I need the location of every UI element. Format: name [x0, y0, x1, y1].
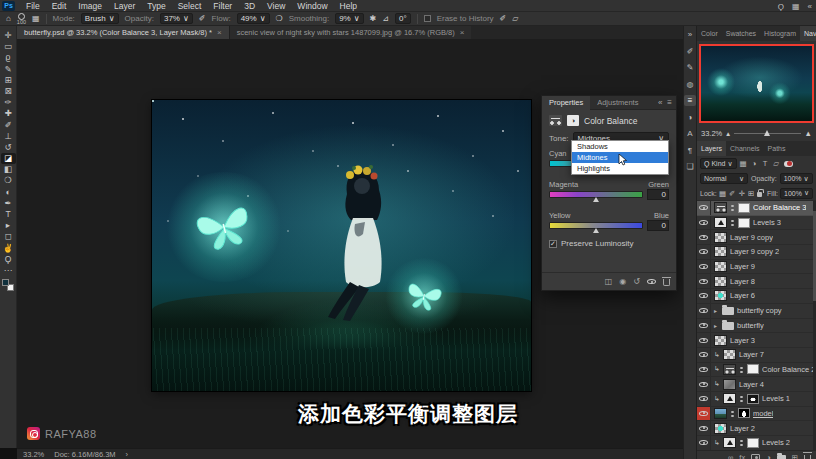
layer-row[interactable]: Layer 8 [697, 274, 816, 289]
path-selection-tool[interactable]: ▸ [1, 220, 16, 231]
collapse-icon[interactable]: « [808, 2, 812, 11]
pressure-size-icon[interactable]: ✐ [500, 14, 507, 23]
filter-kind-select[interactable]: Ϙ Kind ∨ [700, 158, 737, 169]
filter-adjustment-icon[interactable]: ◑ [750, 159, 759, 168]
dropdown-option-shadows[interactable]: Shadows [572, 141, 668, 152]
flow-select[interactable]: 49%∨ [237, 13, 270, 24]
symmetry-icon[interactable]: ▱ [512, 14, 518, 23]
layer-row[interactable]: Layer 9 [697, 260, 816, 275]
link-layers-icon[interactable]: ∞ [728, 453, 733, 459]
layer-row[interactable]: Layer 9 copy [697, 230, 816, 245]
libraries-icon[interactable]: ◍ [684, 79, 696, 90]
layer-thumbnail[interactable] [714, 276, 727, 287]
home-icon[interactable]: ⌂ [6, 14, 11, 23]
tab-navigator[interactable]: Navigator [800, 26, 816, 41]
close-icon[interactable]: × [460, 28, 465, 37]
smoothing-select[interactable]: 9%∨ [335, 13, 363, 24]
tab-properties[interactable]: Properties [542, 96, 590, 110]
menu-select[interactable]: Select [172, 0, 208, 12]
layer-comps-icon[interactable]: ❏ [684, 161, 696, 172]
menu-help[interactable]: Help [334, 0, 363, 12]
navigator-preview[interactable] [699, 44, 814, 123]
group-caret-icon[interactable]: ▸ [714, 307, 719, 314]
new-layer-icon[interactable]: ⊞ [792, 453, 798, 459]
navigator-zoom-slider[interactable] [734, 133, 801, 134]
layer-name[interactable]: Layer 4 [739, 380, 764, 389]
character-panel-icon[interactable]: A [684, 128, 696, 139]
foreground-color-swatch[interactable] [2, 279, 9, 286]
expand-panels-icon[interactable]: » [684, 29, 696, 40]
layer-name[interactable]: Color Balance 2 [762, 365, 814, 374]
menu-edit[interactable]: Edit [46, 0, 73, 12]
eraser-tool[interactable]: ◪ [1, 153, 16, 164]
quick-selection-tool[interactable]: ✎ [1, 64, 16, 75]
smoothing-options-icon[interactable]: ✱ [370, 14, 377, 23]
type-tool[interactable]: T [1, 209, 16, 220]
history-brush-tool[interactable]: ↺ [1, 142, 16, 153]
visibility-toggle[interactable] [697, 245, 711, 259]
visibility-toggle[interactable] [697, 201, 711, 215]
close-icon[interactable]: × [217, 28, 222, 37]
adjustment-thumbnail[interactable] [723, 393, 736, 404]
layer-name[interactable]: Layer 8 [730, 277, 755, 286]
search-icon[interactable]: Ϙ [778, 2, 784, 11]
slider-knob[interactable] [764, 130, 770, 136]
layer-group-row[interactable]: ▸ butterfly copy [697, 304, 816, 319]
visibility-eye-icon[interactable] [647, 278, 656, 285]
frame-tool[interactable]: ⊠ [1, 86, 16, 97]
layer-mask-thumbnail[interactable] [738, 408, 750, 418]
pressure-opacity-icon[interactable]: ✐ [199, 14, 206, 23]
doc-tab-scenic[interactable]: scenic view of night sky with stars 1487… [229, 26, 472, 39]
visibility-toggle[interactable] [697, 363, 711, 377]
visibility-toggle[interactable] [697, 319, 711, 333]
filter-toggle[interactable] [784, 161, 793, 167]
layer-row-clipped[interactable]: ↳ Layer 4 [697, 377, 816, 392]
filter-type-icon[interactable]: T [761, 159, 770, 168]
layer-name[interactable]: Layer 6 [730, 291, 755, 300]
visibility-toggle[interactable] [697, 230, 711, 244]
layer-row[interactable]: Layer 6 [697, 289, 816, 304]
adjustment-thumbnail[interactable] [723, 437, 736, 448]
layer-name[interactable]: model [753, 409, 773, 418]
move-tool[interactable]: ✛ [1, 30, 16, 41]
canvas-image[interactable] [152, 100, 531, 391]
layer-row[interactable]: Layer 9 copy 2 [697, 245, 816, 260]
group-caret-icon[interactable]: ▸ [714, 322, 719, 329]
opacity-select[interactable]: 100%∨ [780, 173, 813, 184]
layer-thumbnail[interactable] [714, 408, 727, 419]
layer-name[interactable]: butterfly [737, 321, 764, 330]
brush-tool[interactable]: ✐ [1, 120, 16, 131]
blend-mode-select[interactable]: Normal∨ [700, 173, 748, 184]
gradient-tool[interactable]: ◧ [1, 164, 16, 175]
layer-name[interactable]: Layer 7 [739, 350, 764, 359]
brush-settings-icon[interactable]: ✐ [684, 46, 696, 57]
clone-stamp-tool[interactable]: ⊥ [1, 131, 16, 142]
angle-value[interactable]: 0° [395, 13, 411, 24]
brushes-icon[interactable]: ✎ [684, 62, 696, 73]
layer-name[interactable]: Levels 2 [762, 438, 790, 447]
visibility-toggle[interactable] [697, 289, 711, 303]
layer-thumbnail[interactable] [714, 423, 727, 434]
menu-filter[interactable]: Filter [207, 0, 238, 12]
layer-row-model[interactable]: model [697, 407, 816, 422]
layer-thumbnail[interactable] [714, 246, 727, 257]
slider-thumb[interactable] [593, 228, 599, 233]
layer-name[interactable]: butterfly copy [737, 306, 782, 315]
menu-type[interactable]: Type [141, 0, 171, 12]
adjustment-thumbnail[interactable] [714, 217, 727, 228]
delete-icon[interactable] [663, 279, 670, 286]
layer-mask-thumbnail[interactable] [747, 438, 759, 448]
opacity-select[interactable]: 37%∨ [160, 13, 193, 24]
properties-panel-icon[interactable]: ≡ [684, 95, 696, 106]
lock-all-icon[interactable] [757, 192, 762, 197]
magenta-green-slider[interactable] [549, 191, 643, 198]
delete-layer-icon[interactable] [804, 455, 811, 459]
menu-3d[interactable]: 3D [238, 0, 261, 12]
layer-thumbnail[interactable] [723, 379, 736, 390]
layer-name[interactable]: Layer 9 copy [730, 233, 773, 242]
lasso-tool[interactable]: ϱ [1, 52, 16, 63]
zoom-in-icon[interactable]: ▲ [805, 129, 812, 138]
layer-row[interactable]: Levels 3 [697, 216, 816, 231]
shape-tool[interactable]: ◻ [1, 231, 16, 242]
add-mask-icon[interactable] [751, 454, 760, 459]
